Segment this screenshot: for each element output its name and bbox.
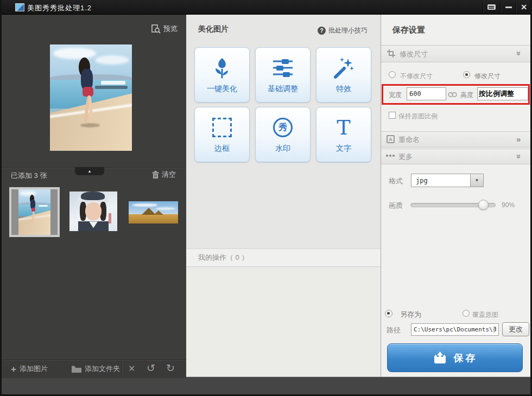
save-button[interactable]: 保存 (387, 343, 523, 372)
resize-highlight-box (382, 84, 530, 105)
tool-border[interactable]: 边框 (194, 107, 250, 162)
tool-watermark[interactable]: 秀 水印 (255, 107, 311, 162)
add-folder-button[interactable]: 添加文件夹 (72, 364, 120, 374)
crop-icon (387, 49, 395, 58)
save-settings-title: 保存设置 (392, 25, 425, 35)
close-button[interactable]: ✕ (516, 0, 531, 14)
flower-icon (211, 56, 233, 80)
my-operations-bar[interactable]: 我的操作（ 0 ） (186, 248, 381, 267)
minimize-button[interactable] (501, 0, 516, 14)
radio-no-resize[interactable] (389, 71, 396, 78)
tool-label: 基础调整 (268, 84, 298, 94)
radio-overwrite-label[interactable]: 覆盖原图 (472, 310, 498, 320)
rotate-right-icon: ↻ (166, 362, 175, 374)
folder-icon (72, 366, 81, 373)
thumbnail-selected[interactable] (9, 187, 60, 237)
radio-save-as[interactable] (385, 310, 392, 317)
batch-tips-label: 批处理小技巧 (328, 26, 368, 35)
radio-no-resize-label[interactable]: 不修改尺寸 (400, 72, 433, 81)
watermark-icon: 秀 (273, 116, 293, 139)
feedback-button[interactable] (484, 0, 499, 14)
tool-label: 特效 (336, 84, 351, 94)
toolbar-separator (122, 362, 122, 374)
titlebar-separator (483, 2, 483, 13)
tool-label: 水印 (275, 144, 290, 154)
tool-text[interactable]: T 文字 (316, 107, 371, 162)
trash-icon (152, 171, 159, 179)
thumbnail-portrait[interactable] (69, 191, 117, 231)
ellipsis-icon (386, 155, 388, 157)
preview-magnifier-icon (151, 24, 161, 34)
chevron-down-icon: » (515, 154, 523, 158)
keep-ratio-checkbox[interactable] (389, 112, 396, 119)
change-path-label: 更改 (509, 324, 523, 334)
format-select[interactable]: jpg (411, 174, 471, 187)
path-label: 路径 (387, 325, 401, 335)
change-path-button[interactable]: 更改 (502, 322, 529, 336)
quality-value: 90% (502, 201, 515, 209)
tool-label: 一键美化 (207, 84, 237, 94)
tool-effects[interactable]: 特效 (316, 47, 371, 103)
app-window: 美图秀秀批处理1.2 ✕ 河东软件园 www.pc0359.cn 预览 (0, 0, 532, 396)
close-icon: ✕ (521, 3, 527, 11)
add-image-button[interactable]: + 添加图片 (11, 364, 48, 374)
window-frame (0, 0, 2, 396)
batch-tips-link[interactable]: ? 批处理小技巧 (318, 26, 368, 35)
rotate-left-icon: ↺ (147, 362, 155, 374)
tool-one-key-beautify[interactable]: 一键美化 (194, 47, 250, 103)
preview-button-label: 预览 (163, 24, 178, 34)
rename-section-label: 重命名 (398, 135, 420, 145)
collapse-list-button[interactable]: ▲ (75, 167, 104, 175)
plus-icon: + (11, 365, 16, 374)
question-icon: ? (318, 27, 326, 35)
clear-list-button[interactable]: 清空 (152, 170, 176, 180)
format-dropdown-button[interactable]: ▼ (470, 174, 484, 187)
text-icon: T (337, 116, 350, 139)
path-input[interactable] (411, 323, 499, 336)
add-folder-label: 添加文件夹 (85, 364, 120, 374)
titlebar-separator (500, 2, 501, 13)
main-preview-image (50, 44, 132, 151)
thumbnail-beach-photo (18, 189, 50, 235)
more-section-label: 更多 (398, 152, 413, 162)
rename-icon: A (387, 135, 395, 143)
radio-overwrite[interactable] (463, 310, 470, 317)
titlebar-separator (515, 2, 516, 13)
tool-label: 边框 (214, 144, 230, 154)
format-label: 格式 (389, 176, 403, 186)
rotate-right-button[interactable]: ↻ (166, 363, 175, 373)
preview-button[interactable]: 预览 (151, 24, 178, 34)
thumbnail-landscape[interactable] (129, 201, 178, 223)
radio-save-as-label[interactable]: 另存为 (400, 310, 421, 320)
magic-wand-icon (332, 56, 355, 80)
app-icon (15, 3, 24, 11)
add-image-label: 添加图片 (20, 364, 48, 374)
remove-image-button[interactable]: ✕ (128, 365, 135, 373)
operations-list-area (186, 267, 381, 376)
radio-resize[interactable] (463, 71, 470, 78)
frame-icon (212, 116, 232, 139)
beach-photo (50, 44, 132, 151)
quality-label: 画质 (389, 201, 403, 210)
save-button-label: 保存 (454, 352, 478, 365)
rotate-left-button[interactable]: ↺ (147, 363, 155, 373)
sliders-icon (271, 56, 295, 80)
added-count-label: 已添加 3 张 (11, 171, 47, 181)
bottom-strip (0, 378, 532, 394)
quality-slider-thumb[interactable] (478, 200, 489, 210)
chevron-right-icon: » (516, 135, 521, 143)
remove-icon: ✕ (128, 364, 135, 373)
feedback-icon (487, 4, 496, 10)
beautify-panel-title: 美化图片 (198, 24, 229, 34)
radio-resize-label[interactable]: 修改尺寸 (474, 72, 501, 81)
keep-ratio-label[interactable]: 保持原图比例 (398, 112, 438, 121)
dropdown-arrow-icon: ▼ (475, 178, 479, 183)
collapse-arrow-icon: ▲ (88, 169, 92, 173)
format-selected-value: jpg (416, 177, 428, 184)
clear-button-label: 清空 (162, 170, 176, 180)
resize-section-label: 修改尺寸 (400, 49, 428, 59)
tool-basic-adjust[interactable]: 基础调整 (255, 47, 311, 103)
window-title: 美图秀秀批处理1.2 (27, 3, 92, 13)
save-export-icon (433, 352, 447, 365)
chevron-down-icon: » (515, 51, 523, 55)
